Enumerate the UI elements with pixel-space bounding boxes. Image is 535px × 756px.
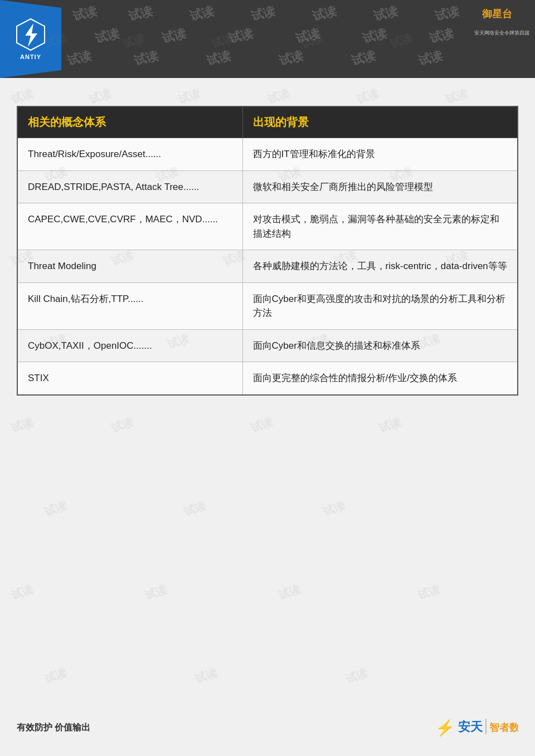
page-watermark: 试读 xyxy=(143,582,169,603)
header: ANTIY 试读试读试读试读试读试读试读试读试读试读试读试读试读试读试读试读试读… xyxy=(0,0,535,78)
header-watermark-area: 试读试读试读试读试读试读试读试读试读试读试读试读试读试读试读试读试读试读试读 xyxy=(61,0,535,78)
watermark-text: 试读 xyxy=(227,25,255,47)
page-watermark: 试读 xyxy=(9,582,36,603)
watermark-text: 试读 xyxy=(427,25,455,47)
table-cell-concept: Kill Chain,钻石分析,TTP...... xyxy=(17,282,242,329)
concept-table: 相关的概念体系 出现的背景 Threat/Risk/Exposure/Asset… xyxy=(17,106,518,396)
page-watermark: 试读 xyxy=(344,665,370,687)
table-cell-concept: Threat/Risk/Exposure/Asset...... xyxy=(17,138,242,171)
top-right-sub: 安天网络安全令牌第四届 xyxy=(474,30,529,37)
footer-brand-area: ⚡ 安天 智者数天下 xyxy=(435,716,518,739)
lightning-icon: ⚡ xyxy=(435,719,455,737)
table-cell-background: 面向更完整的综合性的情报分析/作业/交换的体系 xyxy=(242,362,518,395)
watermark-text: 试读 xyxy=(205,47,232,70)
watermark-text: 试读 xyxy=(372,3,400,25)
table-row: DREAD,STRIDE,PASTA, Attack Tree......微软和… xyxy=(17,170,518,203)
table-cell-background: 西方的IT管理和标准化的背景 xyxy=(242,138,518,171)
table-cell-background: 各种威胁建模的方法论，工具，risk-centric，data-driven等等 xyxy=(242,250,518,283)
table-cell-concept: CAPEC,CWE,CVE,CVRF，MAEC，NVD...... xyxy=(17,203,242,250)
footer-slogan: 有效防护 价值输出 xyxy=(17,722,90,734)
page-watermark: 试读 xyxy=(249,414,275,436)
watermark-text: 试读 xyxy=(277,47,305,70)
watermark-text: 试读 xyxy=(416,47,444,70)
main-content: 相关的概念体系 出现的背景 Threat/Risk/Exposure/Asset… xyxy=(0,78,535,412)
table-row: Threat Modeling各种威胁建模的方法论，工具，risk-centri… xyxy=(17,250,518,283)
svg-text:安天: 安天 xyxy=(457,720,483,734)
watermark-text: 试读 xyxy=(349,47,377,70)
watermark-text: 试读 xyxy=(65,47,93,70)
table-row: Threat/Risk/Exposure/Asset......西方的IT管理和… xyxy=(17,138,518,171)
svg-text:御星台: 御星台 xyxy=(481,8,512,19)
watermark-text: 试读 xyxy=(160,25,188,47)
footer-brand-main: 安天 智者数天下 xyxy=(457,716,518,739)
page-watermark: 试读 xyxy=(416,582,442,603)
page-watermark: 试读 xyxy=(110,414,136,436)
watermark-text: 试读 xyxy=(93,25,121,47)
top-right-brand: 御星台 xyxy=(474,5,529,30)
page-watermark: 试读 xyxy=(193,665,220,687)
watermark-text: 试读 xyxy=(310,3,338,25)
table-cell-concept: Threat Modeling xyxy=(17,250,242,283)
watermark-text: 试读 xyxy=(249,3,277,25)
watermark-text: 试读 xyxy=(71,3,99,25)
watermark-text: 试读 xyxy=(433,3,461,25)
table-cell-concept: STIX xyxy=(17,362,242,395)
page-watermark: 试读 xyxy=(9,414,36,436)
top-right-logo: 御星台 安天网络安全令牌第四届 xyxy=(474,6,529,36)
footer-logo: ⚡ 安天 智者数天下 xyxy=(435,716,518,739)
page-watermark: 试读 xyxy=(322,498,348,520)
table-row: CAPEC,CWE,CVE,CVRF，MAEC，NVD......对攻击模式，脆… xyxy=(17,203,518,250)
footer: 有效防护 价值输出 ⚡ 安天 智者数天下 xyxy=(0,716,535,739)
table-cell-concept: DREAD,STRIDE,PASTA, Attack Tree...... xyxy=(17,170,242,203)
watermark-text: 试读 xyxy=(132,47,160,70)
table-cell-concept: CybOX,TAXII，OpenIOC....... xyxy=(17,329,242,362)
svg-text:智者数天下: 智者数天下 xyxy=(489,722,518,733)
page-watermark: 试读 xyxy=(43,498,69,520)
watermark-text: 试读 xyxy=(188,3,216,25)
table-cell-background: 对攻击模式，脆弱点，漏洞等各种基础的安全元素的标定和描述结构 xyxy=(242,203,518,250)
table-row: Kill Chain,钻石分析,TTP......面向Cyber和更高强度的攻击… xyxy=(17,282,518,329)
watermark-text: 试读 xyxy=(361,25,388,47)
table-cell-background: 微软和相关安全厂商所推出的风险管理模型 xyxy=(242,170,518,203)
logo-text: ANTIY xyxy=(20,53,41,60)
page-watermark: 试读 xyxy=(182,498,208,520)
watermark-text: 试读 xyxy=(294,25,322,47)
logo-box: ANTIY xyxy=(0,0,61,78)
antiy-logo-icon xyxy=(14,18,47,51)
table-cell-background: 面向Cyber和更高强度的攻击和对抗的场景的分析工具和分析方法 xyxy=(242,282,518,329)
page-watermark: 试读 xyxy=(377,414,403,436)
table-row: CybOX,TAXII，OpenIOC.......面向Cyber和信息交换的描… xyxy=(17,329,518,362)
table-cell-background: 面向Cyber和信息交换的描述和标准体系 xyxy=(242,329,518,362)
table-row: STIX面向更完整的综合性的情报分析/作业/交换的体系 xyxy=(17,362,518,395)
page-watermark: 试读 xyxy=(43,665,69,687)
col1-header: 相关的概念体系 xyxy=(17,106,242,138)
page-watermark: 试读 xyxy=(277,582,303,603)
col2-header: 出现的背景 xyxy=(242,106,518,138)
watermark-text: 试读 xyxy=(127,3,154,25)
